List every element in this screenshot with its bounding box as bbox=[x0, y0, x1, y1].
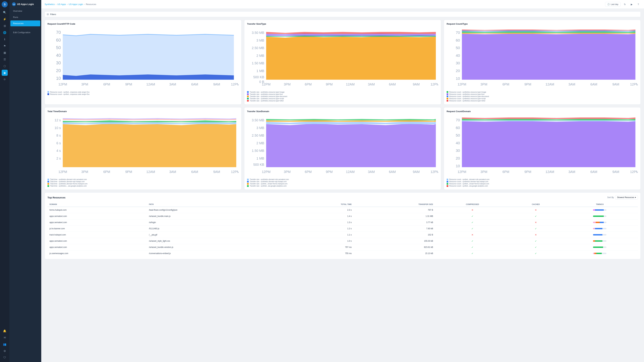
cell-compressed: ✓ bbox=[435, 244, 510, 250]
breadcrumb-us-apps[interactable]: US Apps bbox=[57, 3, 66, 5]
check-icon: ✓ bbox=[472, 252, 474, 255]
cell-domain: apps.sematext.com bbox=[48, 238, 147, 244]
chart-request-count-http: Request Count/HTTP Code 70 60 50 40 30 2… bbox=[44, 20, 242, 105]
svg-text:500 KB: 500 KB bbox=[253, 75, 264, 79]
chart-svg-total-time: 12 s 10 s 8 s 6 s 4 s 2 s bbox=[48, 115, 239, 177]
cross-icon: ✕ bbox=[472, 209, 474, 211]
breadcrumb-us-apps-login[interactable]: US Apps Login bbox=[68, 3, 83, 5]
svg-text:12PM: 12PM bbox=[262, 82, 270, 86]
lightning-icon[interactable]: ⚡ bbox=[2, 16, 8, 22]
svg-text:3AM: 3AM bbox=[368, 82, 375, 86]
svg-text:70: 70 bbox=[456, 30, 460, 35]
svg-text:3AM: 3AM bbox=[368, 170, 375, 173]
chart-legend-transfer-domain: Transfer size - synthetics.domain=cdn.se… bbox=[247, 178, 438, 187]
svg-text:9AM: 9AM bbox=[413, 170, 420, 173]
sort-by-label: Sort By bbox=[607, 196, 614, 199]
mail-icon[interactable]: ✉ bbox=[2, 335, 8, 341]
svg-text:8 s: 8 s bbox=[56, 134, 61, 137]
timing-segment bbox=[600, 222, 604, 223]
play-icon[interactable]: ▶ bbox=[629, 2, 634, 7]
nav-item-edit-configuration[interactable]: Edit Configuration bbox=[10, 29, 40, 35]
breadcrumb-synthetics[interactable]: Synthetics bbox=[44, 3, 55, 5]
info-icon[interactable]: ℹ bbox=[2, 36, 8, 42]
left-nav-panel: US US Apps Login Overview Runs Resources… bbox=[10, 0, 41, 362]
cell-compressed: ✓ bbox=[435, 213, 510, 219]
chevron-down-icon: ▾ bbox=[635, 196, 636, 199]
svg-text:12PM: 12PM bbox=[630, 82, 638, 86]
flag-icon[interactable]: ⚑ bbox=[2, 43, 8, 49]
help-icon[interactable]: ? bbox=[636, 2, 641, 7]
svg-text:2 s: 2 s bbox=[56, 156, 61, 160]
chart-request-count-domain: Request Count/Domain 70 60 50 40 30 20 1… bbox=[444, 107, 641, 190]
svg-text:9PM: 9PM bbox=[524, 82, 531, 86]
timing-bar bbox=[593, 247, 606, 248]
grid-icon[interactable]: ⊞ bbox=[2, 23, 8, 29]
check-icon: ✓ bbox=[535, 246, 537, 249]
settings-icon[interactable]: ⚙ bbox=[2, 348, 8, 354]
svg-text:10: 10 bbox=[56, 76, 61, 81]
svg-text:12PM: 12PM bbox=[458, 170, 466, 173]
cell-transfer-size: 3.77 kB bbox=[354, 219, 435, 226]
check-icon: ✓ bbox=[535, 252, 537, 255]
svg-text:6 s: 6 s bbox=[56, 141, 61, 145]
svg-text:500 KB: 500 KB bbox=[253, 163, 264, 166]
cell-transfer-size: 15.13 kB bbox=[354, 250, 435, 257]
svg-text:60: 60 bbox=[56, 38, 61, 42]
nav-item-overview[interactable]: Overview bbox=[10, 8, 40, 14]
chart-bar-icon[interactable]: ▦ bbox=[2, 50, 8, 56]
svg-text:10: 10 bbox=[456, 76, 460, 81]
svg-text:9AM: 9AM bbox=[413, 82, 420, 86]
table-row: js.hs-banner.com/5111483.js1.2 s7.83 kB✓… bbox=[48, 226, 638, 232]
cell-cached: ✕ bbox=[510, 219, 562, 226]
cell-compressed: ✕ bbox=[435, 207, 510, 213]
clock-icon: 🕐 bbox=[607, 3, 610, 5]
svg-text:70: 70 bbox=[456, 118, 460, 122]
sort-option-label: Slowest Resources bbox=[617, 196, 634, 199]
svg-text:1.50 MB: 1.50 MB bbox=[252, 61, 264, 65]
svg-text:50: 50 bbox=[456, 45, 460, 50]
sort-select[interactable]: Slowest Resources ▾ bbox=[615, 195, 638, 200]
chart-title-transfer-type: Transfer Size/Type bbox=[247, 23, 438, 25]
cell-total-time: 1.4 s bbox=[289, 213, 354, 219]
sidebar: S 🔍 ⚡ ⊞ 🌐 ℹ ⚑ ▦ ☰ ⬡ ◉ ⛭ 🔔 ✉ 👥 ⚙ 🛡 bbox=[0, 0, 10, 362]
cell-cached: ✓ bbox=[510, 244, 562, 250]
topbar: Synthetics › US Apps › US Apps Login › R… bbox=[41, 0, 644, 9]
svg-text:6AM: 6AM bbox=[191, 82, 198, 86]
svg-text:6AM: 6AM bbox=[191, 170, 198, 173]
nav-item-resources[interactable]: Resources bbox=[10, 20, 40, 26]
chart-svg-request-type: 70 60 50 40 30 20 10 12PM bbox=[446, 27, 638, 90]
timing-segment bbox=[596, 222, 600, 223]
app-logo[interactable]: S bbox=[2, 1, 8, 7]
timing-bar bbox=[593, 234, 606, 236]
cell-timings bbox=[562, 244, 638, 250]
cell-domain: apps.sematext.com bbox=[48, 219, 147, 226]
svg-text:12AM: 12AM bbox=[546, 170, 554, 173]
monitor-icon[interactable]: ◉ bbox=[2, 70, 8, 76]
cell-domain: js.usemessages.com bbox=[48, 250, 147, 257]
check-icon: ✓ bbox=[472, 240, 474, 242]
timing-segment bbox=[593, 209, 595, 211]
chart-svg-transfer-type: 3.50 MB 3 MB 2.50 MB 2 MB 1.50 MB 1 MB 5… bbox=[247, 27, 438, 90]
svg-text:9PM: 9PM bbox=[326, 82, 333, 86]
shield-icon[interactable]: 🛡 bbox=[2, 355, 8, 361]
search-icon[interactable]: 🔍 bbox=[2, 9, 8, 15]
nav-item-runs[interactable]: Runs bbox=[10, 14, 40, 20]
users-icon[interactable]: 👥 bbox=[2, 341, 8, 347]
timing-segment bbox=[593, 222, 596, 223]
svg-text:3PM: 3PM bbox=[480, 170, 487, 173]
cell-transfer-size: 7.83 kB bbox=[354, 226, 435, 232]
time-range-picker[interactable]: 🕐 Last day bbox=[605, 2, 620, 7]
bell-icon[interactable]: 🔔 bbox=[2, 328, 8, 334]
check-icon: ✓ bbox=[535, 240, 537, 242]
puzzle-icon[interactable]: ⛭ bbox=[2, 76, 8, 82]
cell-domain: js.hs-banner.com bbox=[48, 226, 147, 232]
list-icon[interactable]: ☰ bbox=[2, 56, 8, 62]
refresh-icon[interactable]: ↻ bbox=[622, 2, 627, 7]
svg-text:9AM: 9AM bbox=[612, 170, 619, 173]
cell-domain: apps.sematext.com bbox=[48, 213, 147, 219]
svg-text:12PM: 12PM bbox=[430, 82, 438, 86]
cell-total-time: 1.2 s bbox=[289, 226, 354, 232]
cell-timings bbox=[562, 232, 638, 238]
network-icon[interactable]: ⬡ bbox=[2, 63, 8, 69]
globe-icon[interactable]: 🌐 bbox=[2, 29, 8, 35]
